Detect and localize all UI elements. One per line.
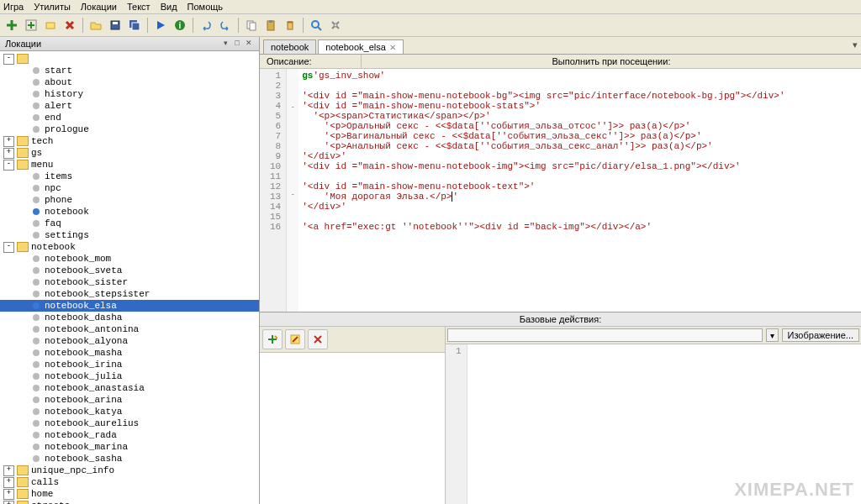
action-add-icon[interactable] <box>262 329 283 349</box>
description-label: Описание: <box>260 55 362 68</box>
tree-item-streets[interactable]: +streets <box>0 500 259 504</box>
open-icon[interactable] <box>87 17 104 34</box>
tree-item-items[interactable]: items <box>0 171 259 182</box>
tree-item-prologue[interactable]: prologue <box>0 123 259 135</box>
tree-item-notebook_sister[interactable]: notebook_sister <box>0 276 259 288</box>
svg-rect-3 <box>113 22 118 24</box>
action-editor-panel: ▾ Изображение... 1 <box>446 327 861 504</box>
tree-item-notebook_dasha[interactable]: notebook_dasha <box>0 312 259 323</box>
action-name-input[interactable] <box>447 328 763 342</box>
redo-icon[interactable] <box>217 17 234 34</box>
rename-icon[interactable] <box>42 17 59 34</box>
info-icon[interactable]: i <box>172 17 188 34</box>
tree-item-settings[interactable]: settings <box>0 229 259 241</box>
action-delete-icon[interactable] <box>308 329 328 349</box>
base-actions-label: Базовые действия: <box>260 312 861 327</box>
tree-item-history[interactable]: history <box>0 88 259 100</box>
search-icon[interactable] <box>308 17 325 34</box>
settings-icon[interactable] <box>327 17 344 34</box>
menu-Локации[interactable]: Локации <box>81 2 117 12</box>
menu-Игра[interactable]: Игра <box>3 2 24 12</box>
tree-item-notebook_irina[interactable]: notebook_irina <box>0 359 259 370</box>
add2-icon[interactable] <box>23 17 40 34</box>
tree-item-unique_npc_info[interactable]: +unique_npc_info <box>0 465 259 476</box>
tree-item-notebook_aurelius[interactable]: notebook_aurelius <box>0 417 259 429</box>
undo-icon[interactable] <box>198 17 214 34</box>
paste-icon[interactable] <box>262 17 279 34</box>
svg-rect-12 <box>288 23 293 29</box>
menu-Текст[interactable]: Текст <box>127 2 151 12</box>
tab-notebook_elsa[interactable]: notebook_elsa✕ <box>318 39 404 54</box>
tree-item-notebook_stepsister[interactable]: notebook_stepsister <box>0 288 259 300</box>
tree-item-notebook_sveta[interactable]: notebook_sveta <box>0 265 259 276</box>
action-edit-icon[interactable] <box>285 329 305 349</box>
copy-icon[interactable] <box>243 17 260 34</box>
panel-close-icon[interactable]: ✕ <box>244 39 254 49</box>
tree-item-root[interactable]: - <box>0 53 259 65</box>
bottom-panel: Базовые действия: ▾ Изображение... <box>260 312 861 504</box>
editor-tabs: notebooknotebook_elsa✕▾ <box>260 37 861 55</box>
save-icon[interactable] <box>107 17 124 34</box>
tree-item-npc[interactable]: npc <box>0 182 259 194</box>
code-editor[interactable]: 12345678910111213141516 -- gs'gs_inv_sho… <box>260 69 861 312</box>
tree-item-home[interactable]: +home <box>0 488 259 500</box>
tree-item-phone[interactable]: phone <box>0 194 259 206</box>
editor-area: notebooknotebook_elsa✕▾ Описание: Выполн… <box>260 37 861 504</box>
image-button[interactable]: Изображение... <box>782 328 859 342</box>
tree-item-notebook_alyona[interactable]: notebook_alyona <box>0 335 259 347</box>
tree-item-notebook_mom[interactable]: notebook_mom <box>0 253 259 265</box>
svg-rect-9 <box>250 23 256 30</box>
clear-icon[interactable] <box>282 17 298 34</box>
panel-header: Локации ▾ □ ✕ <box>0 37 259 51</box>
menu-Помощь[interactable]: Помощь <box>188 2 224 12</box>
tree-item-notebook_arina[interactable]: notebook_arina <box>0 394 259 406</box>
tree-item-end[interactable]: end <box>0 112 259 123</box>
tab-close-icon[interactable]: ✕ <box>389 43 396 52</box>
main-toolbar: i <box>0 14 861 37</box>
tree-item-notebook_masha[interactable]: notebook_masha <box>0 347 259 359</box>
tree-item-about[interactable]: about <box>0 76 259 88</box>
svg-text:i: i <box>179 21 182 30</box>
tree-item-notebook_elsa[interactable]: notebook_elsa <box>0 300 259 312</box>
svg-rect-1 <box>46 23 55 29</box>
tree-item-notebook[interactable]: notebook <box>0 206 259 218</box>
panel-title: Локации <box>5 39 41 49</box>
tree-item-notebook_antonina[interactable]: notebook_antonina <box>0 323 259 335</box>
tree-item-menu[interactable]: -menu <box>0 159 259 171</box>
tree-item-gs[interactable]: +gs <box>0 147 259 159</box>
tree-item-alert[interactable]: alert <box>0 100 259 112</box>
menubar: ИграУтилитыЛокацииТекстВидПомощь <box>0 0 861 14</box>
action-code-editor[interactable]: 1 <box>446 344 861 504</box>
menu-Утилиты[interactable]: Утилиты <box>34 2 71 12</box>
actions-list[interactable] <box>260 353 445 504</box>
panel-menu-icon[interactable]: ▾ <box>220 39 230 49</box>
location-tree[interactable]: -startabouthistoryalertendprologue+tech+… <box>0 51 259 504</box>
tab-notebook[interactable]: notebook <box>263 39 316 54</box>
execute-label: Выполнить при посещении: <box>362 55 861 68</box>
panel-min-icon[interactable]: □ <box>232 39 242 49</box>
tree-item-start[interactable]: start <box>0 65 259 76</box>
tree-item-notebook_rada[interactable]: notebook_rada <box>0 429 259 441</box>
tree-item-notebook_katya[interactable]: notebook_katya <box>0 406 259 417</box>
tree-item-calls[interactable]: +calls <box>0 476 259 488</box>
tree-item-tech[interactable]: +tech <box>0 135 259 147</box>
svg-point-14 <box>334 24 337 27</box>
tree-item-notebook[interactable]: -notebook <box>0 241 259 253</box>
menu-Вид[interactable]: Вид <box>161 2 177 12</box>
section-row: Описание: Выполнить при посещении: <box>260 55 861 69</box>
actions-list-panel <box>260 327 446 504</box>
saveas-icon[interactable] <box>126 17 143 34</box>
delete-icon[interactable] <box>61 17 78 34</box>
tree-item-notebook_sasha[interactable]: notebook_sasha <box>0 453 259 465</box>
tree-item-notebook_marina[interactable]: notebook_marina <box>0 441 259 453</box>
svg-point-13 <box>312 21 319 28</box>
svg-rect-5 <box>132 23 140 30</box>
tree-item-notebook_anastasia[interactable]: notebook_anastasia <box>0 382 259 394</box>
tree-item-faq[interactable]: faq <box>0 218 259 229</box>
add-icon[interactable] <box>3 17 20 34</box>
play-icon[interactable] <box>152 17 169 34</box>
action-dropdown-icon[interactable]: ▾ <box>766 328 779 342</box>
locations-panel: Локации ▾ □ ✕ -startabouthistoryalertend… <box>0 37 260 504</box>
tabs-menu-icon[interactable]: ▾ <box>853 39 861 54</box>
tree-item-notebook_julia[interactable]: notebook_julia <box>0 370 259 382</box>
